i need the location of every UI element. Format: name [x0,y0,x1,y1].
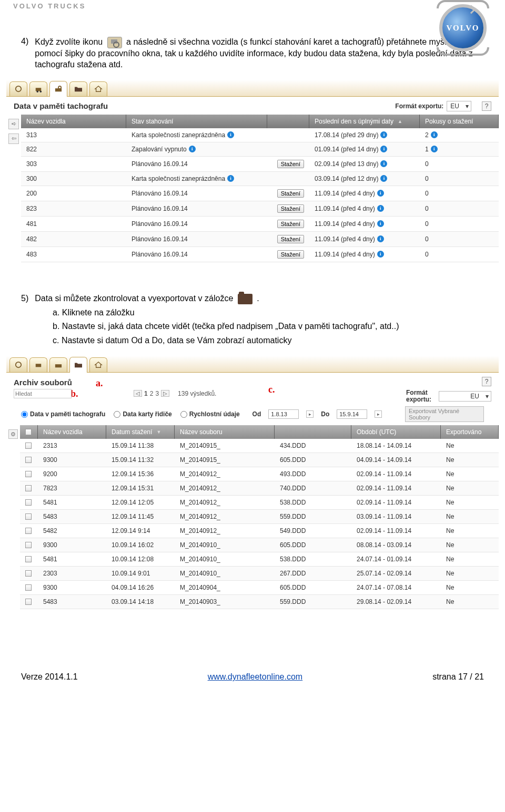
radio-speed[interactable]: Rychlostní údaje [180,410,240,418]
info-icon[interactable] [227,175,234,182]
row-checkbox[interactable] [25,471,32,477]
download-date: 12.09.14 9:14 [106,524,175,538]
attempts: 0 [420,247,499,262]
row-checkbox[interactable] [25,556,32,562]
exported: Ne [441,453,499,467]
info-icon[interactable] [377,251,384,258]
file-ext: 434.DDD [275,439,351,453]
atab-4-folder-active[interactable] [69,357,87,373]
export-selected-button[interactable]: Exportovat Vybrané Soubory [405,406,484,422]
search-input[interactable] [14,389,72,398]
file-name: M_20140912_ [175,510,275,523]
info-icon[interactable] [227,131,234,138]
file-ext: 605.DDD [275,453,351,467]
screenshot-tachograph: Data v paměti tachografu Formát exportu:… [6,80,499,262]
atab-5-home[interactable] [89,357,107,372]
table-row: 483Plánováno 16.09.14Stažení11.09.14 (př… [21,247,499,262]
download-button[interactable]: Stažení [277,220,304,228]
date-to-picker[interactable]: ▸ [375,410,382,418]
info-icon[interactable] [431,131,438,138]
side-arrow-right[interactable]: ➪ [8,119,19,129]
period: 02.09.14 - 11.09.14 [351,481,441,495]
export-format-dropdown-2[interactable]: EU [439,391,491,402]
vehicle-name: 481 [21,217,126,231]
export-format-dropdown[interactable]: EU [447,101,471,111]
row-checkbox[interactable] [25,542,32,548]
item4-text-before: Když zvolíte ikonu [35,37,103,46]
period: 02.09.14 - 11.09.14 [351,524,441,538]
sub-b: b. Nastavte si, jaká data chcete vidět (… [53,321,484,332]
row-checkbox[interactable] [25,485,32,491]
info-icon[interactable] [377,205,384,212]
download-button[interactable]: Stažení [277,235,304,243]
row-checkbox[interactable] [25,570,32,577]
svg-point-3 [40,91,42,93]
col2-file[interactable]: Název souboru [175,425,275,439]
download-button[interactable]: Stažení [277,204,304,213]
atab-1[interactable] [9,357,27,372]
col2-period[interactable]: Období (UTC) [351,425,441,439]
col2-spacer [275,425,351,439]
download-date: 15.09.14 11:38 [106,439,175,453]
col-vehicle-name[interactable]: Název vozidla [21,115,126,128]
file-name: M_20140915_ [175,439,275,453]
table-row: 548112.09.14 12:05M_20140912_538.DDD02.0… [20,496,499,510]
atab-3[interactable] [49,357,67,372]
info-icon[interactable] [189,146,196,152]
download-button[interactable]: Stažení [277,189,304,198]
info-icon[interactable] [377,235,384,242]
col2-vehicle[interactable]: Název vozidla [38,425,106,439]
info-icon[interactable] [377,190,384,197]
radio-card[interactable]: Data karty řidiče [114,410,171,418]
date-from-input[interactable]: 1.8.13 [268,409,299,419]
row-checkbox[interactable] [25,513,32,520]
download-date: 12.09.14 15:31 [106,481,175,495]
info-icon[interactable] [431,146,438,152]
col-attempts[interactable]: Pokusy o stažení [420,115,499,128]
file-ext: 538.DDD [275,496,351,509]
vehicle-name: 5481 [38,496,106,509]
help-icon-2[interactable]: ? [482,377,491,386]
side-arrow-left[interactable]: ⇦ [8,133,19,144]
vehicle-name: 200 [21,186,126,201]
status-text: Karta společnosti zaneprázdněna [126,172,267,186]
last-day: 11.09.14 (před 4 dny) [309,201,420,216]
date-from-picker[interactable]: ▸ [306,410,314,418]
date-to-input[interactable]: 15.9.14 [337,409,367,419]
info-icon[interactable] [380,175,387,182]
table-row: 200Plánováno 16.09.14Stažení11.09.14 (př… [21,186,499,201]
row-checkbox[interactable] [25,443,32,449]
row-checkbox[interactable] [25,584,32,591]
pagination[interactable]: ◁ 1 2 3 ▷ 139 výsledků. [134,390,216,397]
settings-icon[interactable]: ⚙ [8,429,18,439]
help-icon[interactable]: ? [482,101,491,111]
download-button[interactable]: Stažení [277,160,304,168]
row-checkbox[interactable] [25,499,32,506]
col2-date[interactable]: Datum stažení [106,425,175,439]
download-date: 12.09.14 12:05 [106,496,175,509]
row-checkbox[interactable] [25,457,32,463]
tab-3-active[interactable] [49,81,67,97]
info-icon[interactable] [380,160,387,167]
vehicle-name: 9300 [38,538,106,552]
col2-exported[interactable]: Exportováno [441,425,499,439]
col-status[interactable]: Stav stahování [126,115,267,128]
atab-2[interactable] [29,357,47,372]
col-check[interactable] [20,425,38,439]
tab-2[interactable] [29,81,47,96]
last-day: 17.08.14 (před 29 dny) [309,128,420,142]
row-checkbox[interactable] [25,599,32,605]
item4-number: 4) [21,37,28,46]
tab-4-folder[interactable] [69,81,87,96]
info-icon[interactable] [380,146,387,152]
info-icon[interactable] [377,220,384,227]
tab-1[interactable] [9,81,27,96]
radio-tacho[interactable]: Data v paměti tachografu [21,410,105,418]
col-last-day[interactable]: Poslední den s úplnými daty [309,115,420,128]
row-checkbox[interactable] [25,528,32,534]
info-icon[interactable] [380,131,387,138]
download-button[interactable]: Stažení [277,250,304,259]
vehicle-name: 303 [21,157,126,171]
tab-5-home[interactable] [89,81,107,96]
footer-link[interactable]: www.dynafleetonline.com [208,672,303,682]
